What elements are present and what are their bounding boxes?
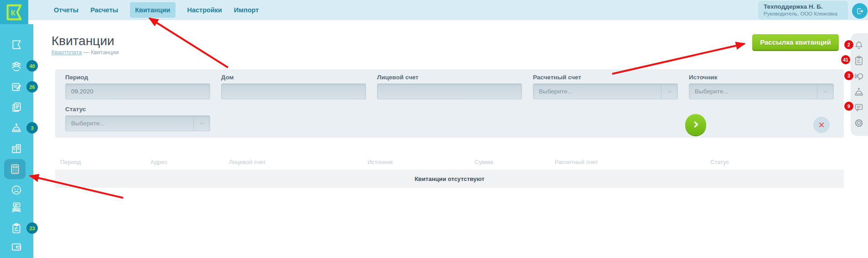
nav-calculations[interactable]: Расчеты [90,6,118,14]
account-field [377,83,522,99]
nav-receipts[interactable]: Квитанции [130,2,175,18]
edit-document-icon [10,81,22,93]
sidebar-badge-service-bell: 3 [26,122,38,134]
rail-badge-tasks: 41 [841,55,850,64]
sidebar-item-service-bell[interactable] [10,122,22,134]
sidebar-item-buildings[interactable] [10,143,22,155]
sidebar-badge-edit-document: 26 [26,81,38,93]
col-settlement-account: Расчетный счет [555,159,598,165]
filter-label-status: Статус [65,106,210,113]
checklist-icon [10,222,22,234]
close-icon [818,121,825,129]
house-field [221,83,366,99]
logout-icon [856,7,864,15]
status-placeholder: Выберите... [71,120,105,127]
logout-button[interactable] [852,3,868,19]
app-logo[interactable]: К [0,0,28,24]
col-period: Период [60,159,81,165]
comment-icon [853,102,864,113]
breadcrumb-link-kvartplata[interactable]: Квартплата [52,49,82,56]
page-title: Квитанции [52,34,114,48]
building-icon [10,143,22,155]
filter-label-settlement-account: Расчетный счет [533,74,678,81]
chevron-down-icon[interactable] [193,116,210,131]
col-status: Статус [710,159,729,165]
table-empty-state: Квитанции отсутствуют [55,170,844,188]
table-header-row: Период Адрес Лицевой счет Источник Сумма… [0,159,868,168]
tasks-icon [853,55,864,66]
sidebar-item-documents[interactable] [10,101,22,113]
reception-bell-icon [853,87,864,98]
period-field [65,83,210,99]
chevron-down-icon[interactable] [661,84,677,99]
settlement-account-placeholder: Выберите... [539,88,573,95]
source-placeholder: Выберите... [695,88,728,95]
col-sum: Сумма [475,159,493,165]
user-role: Руководитель, ООО Клюковка [764,10,843,17]
nav-reports[interactable]: Отчеты [54,6,78,14]
breadcrumb: Квартплата — Квитанции [52,49,119,56]
rail-settings[interactable] [853,118,864,129]
sidebar-item-flag[interactable] [10,39,22,51]
rail-notifications[interactable] [853,40,864,51]
voice-icon [853,71,864,82]
status-select[interactable]: Выберите... [65,115,210,131]
period-input[interactable] [66,84,210,99]
sidebar-item-wallet[interactable] [10,241,22,253]
nav-settings[interactable]: Настройки [187,6,222,14]
settlement-account-select[interactable]: Выберите... [533,83,678,99]
col-account: Лицевой счет [229,159,266,165]
top-nav-bar: Отчеты Расчеты Квитанции Настройки Импор… [0,0,868,20]
arrow-to-receipts-tab [150,18,228,67]
house-input[interactable] [222,84,366,99]
rail-badge-comments: 9 [844,102,853,111]
col-source: Источник [367,159,393,165]
filter-label-house: Дом [221,74,366,81]
clear-filters-button[interactable] [813,117,830,133]
documents-icon [10,101,22,113]
sidebar-badge-residents: 40 [26,60,38,72]
rail-badge-voice: 3 [844,71,853,80]
service-bell-icon [10,122,22,134]
filter-label-source: Источник [689,74,834,81]
apply-filters-button[interactable] [685,114,706,135]
main-nav: Отчеты Расчеты Квитанции Настройки Импор… [54,0,259,20]
rail-badge-notifications: 2 [844,40,853,49]
col-address: Адрес [150,159,167,165]
meeting-icon [10,201,22,213]
app-window: Отчеты Расчеты Квитанции Настройки Импор… [0,0,868,258]
rail-comments[interactable] [853,102,864,113]
flag-icon [10,39,22,51]
sidebar-badge-tasks: 23 [26,222,38,234]
residents-icon [10,60,22,72]
source-select[interactable]: Выберите... [689,83,834,99]
filter-label-account: Лицевой счет [377,74,522,81]
sidebar-item-meetings[interactable] [10,201,22,213]
gear-icon [853,118,864,129]
nav-import[interactable]: Импорт [234,6,259,14]
breadcrumb-separator: — [83,49,89,56]
rail-service-bell[interactable] [853,87,864,98]
rail-tasks[interactable] [853,55,864,66]
svg-text:К: К [11,8,16,16]
send-receipts-button[interactable]: Рассылка квитанций [752,34,839,51]
logo-flag-icon: К [5,3,24,22]
sad-face-icon [10,184,22,196]
wallet-icon [10,241,22,253]
user-info[interactable]: Техподдержка Н. Б. Руководитель, ООО Клю… [758,1,848,20]
breadcrumb-current: Квитанции [91,49,119,56]
sidebar-item-residents[interactable] [10,60,22,72]
account-input[interactable] [377,84,522,99]
chevron-right-icon [691,119,701,129]
sidebar-item-complaints[interactable] [10,184,22,196]
filter-label-period: Период [65,74,210,81]
chevron-down-icon[interactable] [817,84,833,99]
rail-voice-requests[interactable] [853,71,864,82]
bell-icon [853,40,864,51]
sidebar-item-tasks[interactable] [10,222,22,234]
user-name: Техподдержка Н. Б. [764,3,843,10]
sidebar-item-edit-document[interactable] [10,81,22,93]
